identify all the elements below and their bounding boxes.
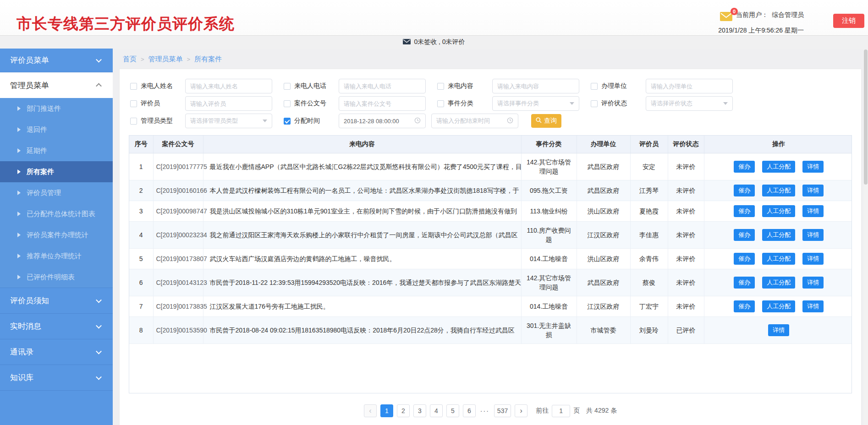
cell-unit: 市城管委 [577,316,630,343]
user-area: 0 当前用户： 综合管理员 2019/1/28 上午9:56:26 星期一 [718,11,804,35]
manual-assign-button[interactable]: 人工分配 [762,229,795,241]
vertical-scrollbar[interactable] [863,49,868,425]
breadcrumb-home[interactable]: 首页 [123,55,137,64]
sidebar: 评价员菜单 管理员菜单 部门推送件 退回件 延期件 所有案件 [0,49,113,425]
mail-icon[interactable]: 0 [720,12,732,22]
page-button-6[interactable]: 6 [463,404,476,417]
assign-time-checkbox[interactable] [284,118,291,125]
cell-seq: 4 [129,221,153,248]
sidebar-group-admin-menu[interactable]: 管理员菜单 [0,72,113,98]
page-button-2[interactable]: 2 [397,404,410,417]
eval-status-checkbox[interactable] [591,100,598,107]
urge-button[interactable]: 催办 [734,253,755,265]
urge-button[interactable]: 催办 [734,300,755,312]
table-row: 5 C[2019]00173807 武汉火车站西广场汉庭酒店旁边的黄鹤路的工地施… [129,248,852,269]
page-button-5[interactable]: 5 [446,404,459,417]
admin-type-select[interactable]: 请选择管理员类型 [185,114,272,128]
sidebar-group-knowledge-base[interactable]: 知识库 [0,365,113,391]
case-doc-no-checkbox[interactable] [284,100,291,107]
detail-button[interactable]: 详情 [802,229,824,241]
logout-button[interactable]: 注销 [833,14,864,28]
current-user-label: 当前用户： [736,11,768,19]
detail-button[interactable]: 详情 [802,300,824,312]
detail-button[interactable]: 详情 [802,185,824,196]
cell-ops: 催办 人工分配 详情 [704,269,852,296]
sidebar-item-dept-pushed[interactable]: 部门推送件 [0,98,113,119]
sidebar-item-recommend-unit-stats[interactable]: 推荐单位办理统计 [0,245,113,267]
cell-evaluator: 夏艳霞 [630,201,668,221]
cell-status: 未评价 [668,153,704,180]
evaluator-checkbox[interactable] [130,100,137,107]
event-category-select[interactable]: 请选择事件分类 [492,96,579,111]
manual-assign-button[interactable]: 人工分配 [762,161,795,173]
sidebar-item-all-cases[interactable]: 所有案件 [0,161,113,182]
cell-evaluator: 江秀琴 [630,180,668,201]
page-button-1[interactable]: 1 [380,404,393,417]
manual-assign-button[interactable]: 人工分配 [762,253,795,265]
chevron-down-icon [96,348,102,354]
manual-assign-button[interactable]: 人工分配 [762,300,795,312]
detail-button[interactable]: 详情 [768,324,789,336]
scrollbar-thumb[interactable] [864,49,868,185]
evaluator-input[interactable] [185,96,272,111]
caller-phone-input[interactable] [339,79,426,93]
sidebar-item-postponed[interactable]: 延期件 [0,140,113,161]
sidebar-item-assigned-stats-chart[interactable]: 已分配件总体统计图表 [0,203,113,224]
manual-assign-button[interactable]: 人工分配 [762,185,795,196]
manual-assign-button[interactable]: 人工分配 [762,277,795,289]
sidebar-item-returned[interactable]: 退回件 [0,119,113,140]
urge-button[interactable]: 催办 [734,277,755,289]
detail-button[interactable]: 详情 [802,205,824,217]
urge-button[interactable]: 催办 [734,161,755,173]
case-doc-no-input[interactable] [339,96,426,111]
eval-status-select[interactable]: 请选择评价状态 [646,96,733,111]
handle-unit-checkbox[interactable] [591,83,598,90]
urge-button[interactable]: 催办 [734,229,755,241]
sidebar-group-contacts[interactable]: 通讯录 [0,339,113,365]
sidebar-item-evaluator-case-stats[interactable]: 评价员案件办理统计 [0,224,113,245]
sidebar-group-evaluator-notice[interactable]: 评价员须知 [0,288,113,314]
caller-name-checkbox[interactable] [130,83,137,90]
cell-unit: 武昌区政府 [577,180,630,201]
arrow-right-icon [17,191,21,195]
cell-case-no: C[2019]00177775 [153,153,203,180]
handle-unit-input[interactable] [646,79,733,93]
sidebar-group-realtime-message[interactable]: 实时消息 [0,314,113,339]
sidebar-group-evaluator-menu[interactable]: 评价员菜单 [0,49,113,72]
detail-button[interactable]: 详情 [802,277,824,289]
page-button-4[interactable]: 4 [430,404,443,417]
breadcrumb-admin-menu[interactable]: 管理员菜单 [148,55,183,64]
assign-time-end-input[interactable]: 请输入分配结束时间 [431,114,518,128]
cell-category: 095.拖欠工资 [521,180,577,201]
call-content-checkbox[interactable] [437,83,444,90]
page-button-last[interactable]: 537 [494,404,511,417]
clock-icon [414,117,421,125]
page-button-3[interactable]: 3 [413,404,426,417]
sidebar-item-evaluator-mgmt[interactable]: 评价员管理 [0,182,113,203]
caller-phone-checkbox[interactable] [284,83,291,90]
next-page-icon[interactable]: › [515,404,527,417]
manual-assign-button[interactable]: 人工分配 [762,205,795,217]
admin-type-checkbox[interactable] [130,118,137,125]
arrow-right-icon [17,275,21,279]
urge-button[interactable]: 催办 [734,205,755,217]
call-content-input[interactable] [492,79,579,93]
assign-time-start-input[interactable]: 2018-12-28 08:00:00 [339,114,426,128]
caller-name-input[interactable] [185,79,272,93]
detail-button[interactable]: 详情 [802,253,824,265]
detail-button[interactable]: 详情 [802,161,824,173]
event-category-checkbox[interactable] [437,100,444,107]
cell-category: 113.物业纠纷 [521,201,577,221]
breadcrumb-all-cases: 所有案件 [194,55,222,64]
urge-button[interactable]: 催办 [734,185,755,196]
search-button[interactable]: 查询 [531,114,561,128]
cell-evaluator: 蔡俊 [630,269,668,296]
goto-page-input[interactable] [552,405,570,417]
sidebar-item-evaluated-detail-table[interactable]: 已评价件明细表 [0,267,113,288]
cell-case-no: C[2019]00173835 [153,296,203,316]
cell-status: 未评价 [668,180,704,201]
chevron-down-icon [96,374,102,380]
cell-seq: 3 [129,201,153,221]
prev-page-icon[interactable]: ‹ [364,404,377,417]
cell-seq: 8 [129,316,153,343]
